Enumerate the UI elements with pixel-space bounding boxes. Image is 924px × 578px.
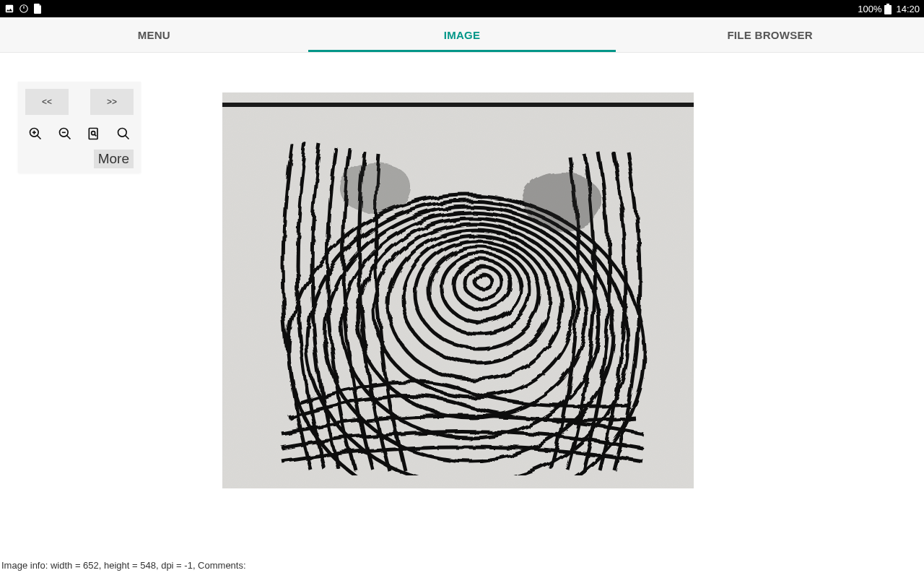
tab-file-browser[interactable]: FILE BROWSER [616,17,924,52]
tab-menu-label: MENU [138,29,170,41]
svg-rect-3 [884,5,892,14]
fit-page-icon[interactable] [85,125,103,142]
more-row: More [25,150,134,168]
control-panel: << >> More [18,82,141,173]
doc-icon [33,4,42,14]
svg-point-14 [118,129,126,137]
next-button-label: >> [107,97,117,107]
prev-button-label: << [42,97,52,107]
status-left [4,4,42,14]
svg-line-9 [66,136,70,139]
battery-icon [884,4,892,14]
power-icon [19,4,29,14]
content-area: << >> More [0,53,924,578]
svg-rect-2 [886,4,889,5]
svg-point-34 [338,161,410,212]
image-info-text: Image info: width = 652, height = 548, d… [0,560,246,571]
svg-line-5 [38,136,41,139]
svg-rect-11 [90,129,98,139]
tab-file-browser-label: FILE BROWSER [727,29,813,41]
svg-line-15 [125,136,128,139]
search-icon[interactable] [115,125,132,142]
tab-image[interactable]: IMAGE [308,17,616,52]
more-button[interactable]: More [94,150,134,168]
more-button-label: More [98,151,129,166]
image-viewport[interactable] [222,92,694,488]
tab-image-label: IMAGE [444,29,481,41]
clock-time: 14:20 [896,4,920,14]
svg-line-13 [95,134,97,137]
svg-rect-18 [222,103,694,107]
zoom-in-icon[interactable] [27,125,44,142]
tab-menu[interactable]: MENU [0,17,308,52]
fingerprint-image [222,92,694,488]
svg-point-33 [522,172,601,230]
battery-percent: 100% [858,4,881,14]
status-right: 100% 14:20 [858,4,920,14]
picture-icon [4,4,14,14]
tab-bar: MENU IMAGE FILE BROWSER [0,17,924,53]
next-button[interactable]: >> [90,89,134,115]
prev-button[interactable]: << [25,89,69,115]
nav-row: << >> [25,89,134,115]
status-bar: 100% 14:20 [0,0,924,17]
zoom-out-icon[interactable] [56,125,74,142]
zoom-row [25,125,134,150]
